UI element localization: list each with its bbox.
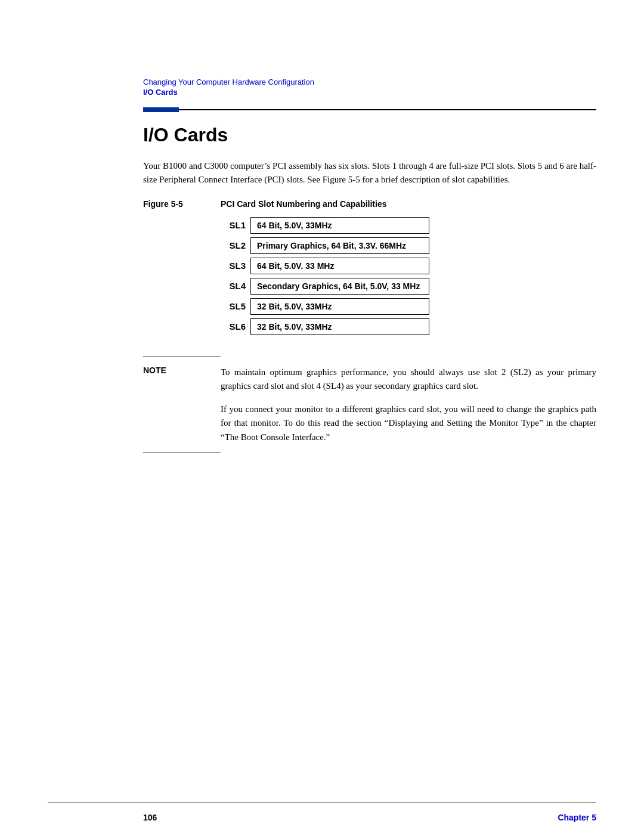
slot-row: SL4Secondary Graphics, 64 Bit, 5.0V, 33 … — [221, 278, 596, 295]
note-bottom-rule — [143, 453, 221, 453]
top-rule-accent — [143, 107, 179, 112]
slot-row: SL2Primary Graphics, 64 Bit, 3.3V. 66MHz — [221, 237, 596, 254]
note-section: NOTE To maintain optimum graphics perfor… — [143, 357, 596, 453]
note-top-rule — [143, 357, 221, 357]
breadcrumb: Changing Your Computer Hardware Configur… — [143, 78, 596, 97]
note-content: NOTE To maintain optimum graphics perfor… — [143, 366, 596, 394]
note-paragraph-2: If you connect your monitor to a differe… — [221, 402, 596, 444]
content-area: Changing Your Computer Hardware Configur… — [143, 78, 596, 773]
body-text: Your B1000 and C3000 computer’s PCI asse… — [143, 159, 596, 187]
slot-value: 64 Bit, 5.0V. 33 MHz — [250, 258, 429, 274]
breadcrumb-current[interactable]: I/O Cards — [143, 88, 596, 97]
slot-row: SL364 Bit, 5.0V. 33 MHz — [221, 258, 596, 274]
slot-row: SL532 Bit, 5.0V, 33MHz — [221, 298, 596, 315]
figure-section: Figure 5-5 PCI Card Slot Numbering and C… — [143, 199, 596, 339]
top-rule — [143, 107, 596, 112]
slot-value: 32 Bit, 5.0V, 33MHz — [250, 318, 429, 335]
footer-rule — [48, 803, 596, 803]
slot-label: SL1 — [221, 220, 246, 230]
top-rule-line — [179, 109, 596, 110]
slot-label: SL3 — [221, 261, 246, 271]
slot-value: Secondary Graphics, 64 Bit, 5.0V, 33 MHz — [250, 278, 429, 295]
figure-label: Figure 5-5 — [143, 199, 221, 209]
note-label: NOTE — [143, 366, 221, 375]
footer-page-number: 106 — [143, 813, 157, 822]
slot-label: SL2 — [221, 240, 246, 250]
slot-rows: SL164 Bit, 5.0V, 33MHzSL2Primary Graphic… — [221, 217, 596, 335]
slot-value: 32 Bit, 5.0V, 33MHz — [250, 298, 429, 315]
slot-row: SL164 Bit, 5.0V, 33MHz — [221, 217, 596, 234]
slot-value: Primary Graphics, 64 Bit, 3.3V. 66MHz — [250, 237, 429, 254]
slot-label: SL4 — [221, 281, 246, 291]
page-title: I/O Cards — [143, 124, 596, 146]
slot-label: SL6 — [221, 321, 246, 332]
slot-value: 64 Bit, 5.0V, 33MHz — [250, 217, 429, 234]
footer-chapter: Chapter 5 — [558, 813, 596, 822]
note-paragraph-1: To maintain optimum graphics performance… — [221, 366, 596, 394]
page-container: Changing Your Computer Hardware Configur… — [0, 0, 644, 833]
figure-caption: PCI Card Slot Numbering and Capabilities — [221, 199, 596, 209]
breadcrumb-parent[interactable]: Changing Your Computer Hardware Configur… — [143, 78, 596, 86]
figure-content: PCI Card Slot Numbering and Capabilities… — [221, 199, 596, 339]
slot-row: SL632 Bit, 5.0V, 33MHz — [221, 318, 596, 335]
slot-label: SL5 — [221, 301, 246, 311]
